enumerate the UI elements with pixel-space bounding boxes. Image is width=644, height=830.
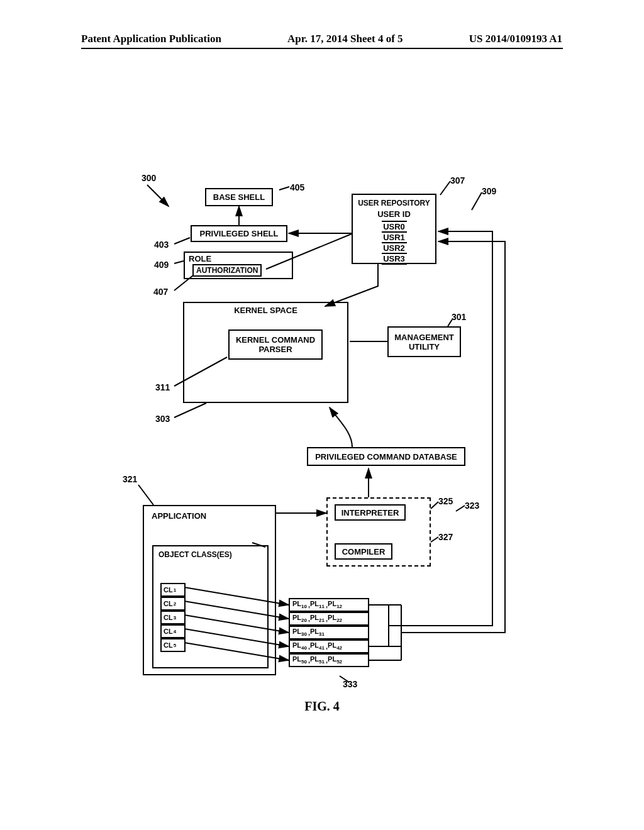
box-interpreter: INTERPRETER xyxy=(335,504,406,521)
svg-line-3 xyxy=(472,192,482,210)
box-application: APPLICATION OBJECT CLASS(ES) CL1 CL2 CL3… xyxy=(143,505,276,675)
box-kernel-space: KERNEL SPACE KERNEL COMMAND PARSER xyxy=(183,302,348,403)
figure-caption: FIG. 4 xyxy=(0,699,644,714)
ref-405: 405 xyxy=(290,182,304,192)
user-repo-title: USER REPOSITORY xyxy=(358,199,430,208)
pl-row-4: PL40, PL41, PL42 xyxy=(289,639,369,653)
pl-row-5: PL50, PL51, PL52 xyxy=(289,653,369,667)
box-kernel-parser: KERNEL COMMAND PARSER xyxy=(228,329,323,360)
svg-line-0 xyxy=(147,185,169,206)
usr1: USR1 xyxy=(382,231,407,242)
box-user-repository: USER REPOSITORY USER ID USR0 USR1 USR2 U… xyxy=(352,194,436,264)
cl5: CL5 xyxy=(160,638,186,652)
ref-321: 321 xyxy=(123,474,137,484)
usr2: USR2 xyxy=(382,242,407,253)
kernel-space-title: KERNEL SPACE xyxy=(184,306,347,315)
page-header: Patent Application Publication Apr. 17, … xyxy=(81,33,562,45)
cl2: CL2 xyxy=(160,597,186,611)
ref-309: 309 xyxy=(482,186,496,196)
header-left: Patent Application Publication xyxy=(81,33,221,45)
ref-327: 327 xyxy=(438,532,453,542)
svg-line-13 xyxy=(174,403,206,418)
pl-row-2: PL20, PL21, PL22 xyxy=(289,612,369,626)
ref-301: 301 xyxy=(452,312,466,322)
ref-307: 307 xyxy=(450,175,465,185)
box-authorization: AUTHORIZATION xyxy=(192,264,262,277)
svg-line-16 xyxy=(431,502,438,509)
ref-323: 323 xyxy=(465,501,479,511)
box-object-classes: OBJECT CLASS(ES) CL1 CL2 CL3 CL4 CL5 xyxy=(152,545,269,668)
box-base-shell: BASE SHELL xyxy=(205,188,273,206)
box-compiler: COMPILER xyxy=(335,543,392,560)
pl-row-3: PL30, PL31 xyxy=(289,626,369,639)
svg-line-1 xyxy=(279,187,289,190)
svg-line-6 xyxy=(174,238,190,244)
ref-403: 403 xyxy=(154,240,169,250)
svg-line-18 xyxy=(431,537,438,542)
object-classes-title: OBJECT CLASS(ES) xyxy=(158,550,232,559)
header-center: Apr. 17, 2014 Sheet 4 of 5 xyxy=(287,33,403,45)
box-priv-shell: PRIVILEGED SHELL xyxy=(191,225,287,242)
box-priv-cmd-db: PRIVILEGED COMMAND DATABASE xyxy=(307,447,465,466)
ref-407: 407 xyxy=(153,287,168,297)
header-right: US 2014/0109193 A1 xyxy=(469,33,562,45)
header-rule xyxy=(81,48,563,49)
svg-line-2 xyxy=(440,181,450,195)
ref-333: 333 xyxy=(343,679,357,689)
user-id-label: USER ID xyxy=(377,209,411,219)
svg-line-15 xyxy=(138,485,153,505)
box-mgmt-utility: MANAGEMENT UTILITY xyxy=(387,326,461,357)
usr0: USR0 xyxy=(382,221,407,231)
svg-line-17 xyxy=(456,506,465,511)
cl3: CL3 xyxy=(160,611,186,624)
ref-325: 325 xyxy=(438,496,453,506)
ref-311: 311 xyxy=(155,382,170,392)
usr3: USR3 xyxy=(382,253,407,265)
cl4: CL4 xyxy=(160,624,186,638)
ref-300: 300 xyxy=(142,173,156,183)
svg-line-7 xyxy=(174,261,184,263)
role-label: ROLE xyxy=(189,254,211,263)
ref-409: 409 xyxy=(154,260,169,270)
pl-row-1: PL10, PL11, PL12 xyxy=(289,598,369,612)
box-role: ROLE AUTHORIZATION xyxy=(184,252,293,279)
cl1: CL1 xyxy=(160,583,186,597)
application-title: APPLICATION xyxy=(152,511,206,521)
ref-303: 303 xyxy=(155,414,170,424)
